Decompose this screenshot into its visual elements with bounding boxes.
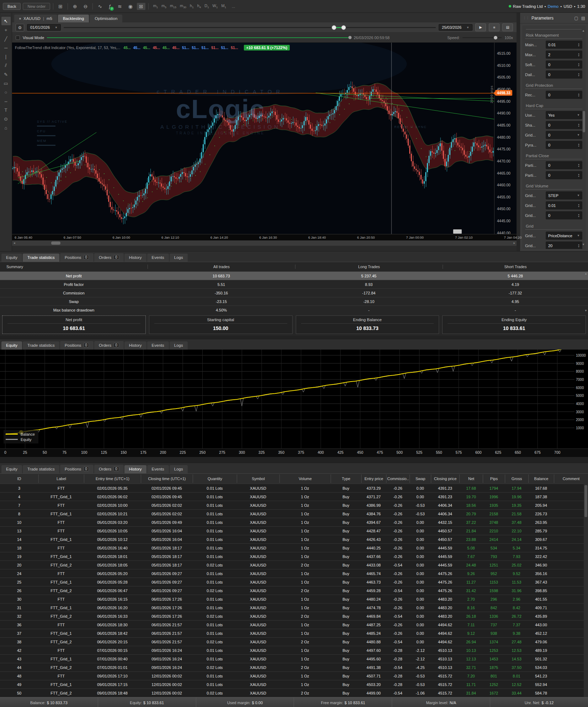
text-tool-icon[interactable]: T — [1, 106, 11, 114]
speed-slider[interactable] — [463, 35, 502, 40]
backtest-range-slider[interactable] — [64, 24, 436, 31]
history-column-header[interactable]: Quantity — [193, 474, 237, 483]
panel-menu-icon[interactable]: ▤ — [581, 16, 585, 21]
new-order-button[interactable]: New order — [23, 3, 50, 10]
rectangle-tool-icon[interactable]: ▭ — [1, 79, 11, 87]
history-row[interactable]: 30FTT06/01/2026 16:1506/01/2026 17:260.0… — [0, 595, 588, 603]
stepper-arrows-icon[interactable]: ▲▼ — [578, 123, 580, 127]
history-row[interactable]: 32FTT_Grid_206/01/2026 16:3306/01/2026 1… — [0, 612, 588, 620]
stepper-arrows-icon[interactable]: ▲▼ — [578, 43, 580, 47]
range-handle-start[interactable] — [332, 25, 336, 30]
tab-positions[interactable]: Positions0 — [60, 341, 93, 350]
cursor-tool-icon[interactable]: ↖ — [1, 17, 11, 25]
history-row[interactable]: 14FTT_Grid_105/01/2026 10:1205/01/2026 1… — [0, 535, 588, 543]
scroll-down-icon[interactable]: ▼ — [582, 243, 585, 246]
tab-orders[interactable]: Orders0 — [94, 465, 124, 473]
tab-history[interactable]: History — [124, 465, 146, 473]
history-column-header[interactable]: Commissio.. — [386, 474, 410, 483]
tab-logs[interactable]: Logs — [170, 341, 188, 350]
summary-row[interactable]: Profit factor5.518.934.19 — [0, 280, 588, 288]
stepper-arrows-icon[interactable]: ▲▼ — [578, 73, 580, 77]
scroll-right-icon[interactable]: ▸ — [513, 241, 515, 245]
param-stepper[interactable]: 0.01▲▼ — [546, 201, 582, 209]
scrollbar-thumb[interactable] — [51, 241, 60, 245]
history-column-header[interactable]: Volume — [279, 474, 331, 483]
param-stepper[interactable]: 0▲▼ — [546, 121, 582, 129]
history-row[interactable]: 13FTT05/01/2026 10:0505/01/2026 16:040.0… — [0, 526, 588, 535]
history-row[interactable]: 36FTT06/01/2026 18:3006/01/2026 21:570.0… — [0, 620, 588, 629]
scroll-down-icon[interactable]: ▼ — [584, 309, 587, 312]
history-row[interactable]: 31FTT_Grid_106/01/2026 16:2006/01/2026 1… — [0, 603, 588, 612]
tab-equity[interactable]: Equity — [1, 465, 22, 473]
parameters-scrollbar[interactable] — [583, 111, 585, 132]
history-row[interactable]: 49FTT_Grid_109/01/2026 17:1512/01/2026 0… — [0, 680, 588, 689]
stepper-arrows-icon[interactable]: ▲▼ — [578, 163, 580, 168]
timeframe-m30[interactable]: m30 — [178, 3, 188, 9]
param-dropdown[interactable]: Yes▼ — [546, 111, 582, 119]
indicator-icon[interactable]: ∿ — [96, 3, 104, 10]
param-dropdown[interactable]: 0▼ — [546, 131, 582, 139]
stat-box-net-profit[interactable]: Net profit10 683.61 — [2, 315, 146, 334]
param-stepper[interactable]: 0▲▼ — [546, 161, 582, 169]
stepper-arrows-icon[interactable]: ▲▼ — [578, 203, 580, 208]
tab-optimisation[interactable]: Optimisation — [90, 15, 122, 22]
history-row[interactable]: 3FTT02/01/2026 05:3502/01/2026 09:450.01… — [0, 484, 588, 492]
stop-button[interactable]: ■ — [489, 23, 499, 31]
history-column-header[interactable]: Comment — [554, 474, 588, 483]
timeframe-M1[interactable]: M1 — [219, 3, 228, 9]
undock-panel-icon[interactable]: ▢ — [574, 16, 578, 21]
history-row[interactable]: 7FTT02/01/2026 10:0005/01/2026 02:020.01… — [0, 501, 588, 509]
tab-backtesting[interactable]: Backtesting — [58, 15, 89, 22]
param-dropdown[interactable]: STEP▼ — [546, 191, 582, 200]
toolbar-grip[interactable]: :::::::: — [1, 14, 11, 15]
param-stepper[interactable]: 0▲▼ — [546, 141, 582, 149]
history-column-header[interactable]: Closing time (UTC+1) — [141, 474, 193, 483]
stat-box-ending-balance[interactable]: Ending Balance10 833.73 — [296, 315, 439, 334]
cbots-icon[interactable]: ƒ7 — [106, 3, 113, 10]
stepper-arrows-icon[interactable]: ▲▼ — [578, 63, 580, 67]
history-row[interactable]: 25FTT_Grid_106/01/2026 05:2806/01/2026 0… — [0, 578, 588, 586]
history-row[interactable]: 18FTT05/01/2026 16:4005/01/2026 18:170.0… — [0, 543, 588, 552]
chart-horizontal-scrollbar[interactable]: ◂ ▸ — [12, 240, 517, 246]
history-row[interactable]: 43FTT_Grid_107/01/2026 00:4009/01/2026 1… — [0, 654, 588, 663]
stepper-arrows-icon[interactable]: ▲▼ — [578, 173, 580, 177]
history-row[interactable]: 8FTT_Grid_102/01/2026 10:2105/01/2026 02… — [0, 509, 588, 518]
history-row[interactable]: 37FTT_Grid_106/01/2026 18:4206/01/2026 2… — [0, 629, 588, 637]
history-row[interactable]: 38FTT_Grid_206/01/2026 20:1506/01/2026 2… — [0, 637, 588, 646]
param-stepper[interactable]: 0▲▼ — [546, 171, 582, 179]
history-row[interactable]: 20FTT_Grid_205/01/2026 18:0505/01/2026 1… — [0, 560, 588, 569]
zoom-in-icon[interactable]: ⊕ — [71, 3, 79, 10]
stepper-arrows-icon[interactable]: ▲▼ — [578, 244, 580, 248]
summary-row[interactable]: Commission-350.16-172.84-177.32 — [0, 288, 588, 297]
measure-tool-icon[interactable]: ⇔ — [1, 97, 11, 105]
history-column-header[interactable]: Swap — [410, 474, 431, 483]
history-column-header[interactable]: Entry price — [361, 474, 386, 483]
timeframe-m1[interactable]: m1 — [151, 3, 160, 9]
trendline-tool-icon[interactable]: ╱ — [1, 34, 11, 43]
zoom-out-icon[interactable]: ⊖ — [81, 3, 90, 10]
param-stepper[interactable]: 0▲▼ — [546, 91, 582, 99]
speed-slider-knob[interactable] — [494, 36, 497, 39]
account-type-link[interactable]: Demo — [548, 4, 559, 9]
tab-equity[interactable]: Equity — [1, 254, 22, 262]
history-row[interactable]: 42FTT07/01/2026 00:1509/01/2026 16:240.0… — [0, 646, 588, 654]
stepper-arrows-icon[interactable]: ▲▼ — [578, 53, 580, 57]
stepper-arrows-icon[interactable]: ▲▼ — [578, 93, 580, 97]
tab-trade-statistics[interactable]: Trade statistics — [23, 341, 59, 350]
tab-history[interactable]: History — [124, 341, 146, 350]
history-row[interactable]: 26FTT_Grid_206/01/2026 06:4706/01/2026 0… — [0, 586, 588, 595]
scroll-up-icon[interactable]: ▲ — [584, 272, 587, 275]
play-button[interactable]: ▶ — [475, 23, 486, 31]
alert-tool-icon[interactable]: ⌂ — [1, 123, 11, 132]
history-row[interactable]: 10FTT05/01/2026 03:2005/01/2026 09:490.0… — [0, 518, 588, 526]
history-row[interactable]: 4FTT_Grid_102/01/2026 06:0202/01/2026 09… — [0, 492, 588, 501]
param-dropdown[interactable]: PriceDistance▼ — [546, 232, 582, 240]
layers-icon[interactable]: ≋ — [116, 3, 124, 10]
horizontal-line-tool-icon[interactable]: ─ — [1, 43, 11, 52]
chart-settings-icon[interactable]: ⊠ — [137, 3, 145, 10]
tab-trade-statistics[interactable]: Trade statistics — [23, 465, 59, 473]
panel-grip[interactable]: ⋮⋮ — [523, 17, 529, 19]
timeframe-D1[interactable]: D1 — [203, 3, 210, 9]
history-row[interactable]: 50FTT_Grid_209/01/2026 18:4812/01/2026 0… — [0, 689, 588, 697]
tab-events[interactable]: Events — [147, 465, 169, 473]
